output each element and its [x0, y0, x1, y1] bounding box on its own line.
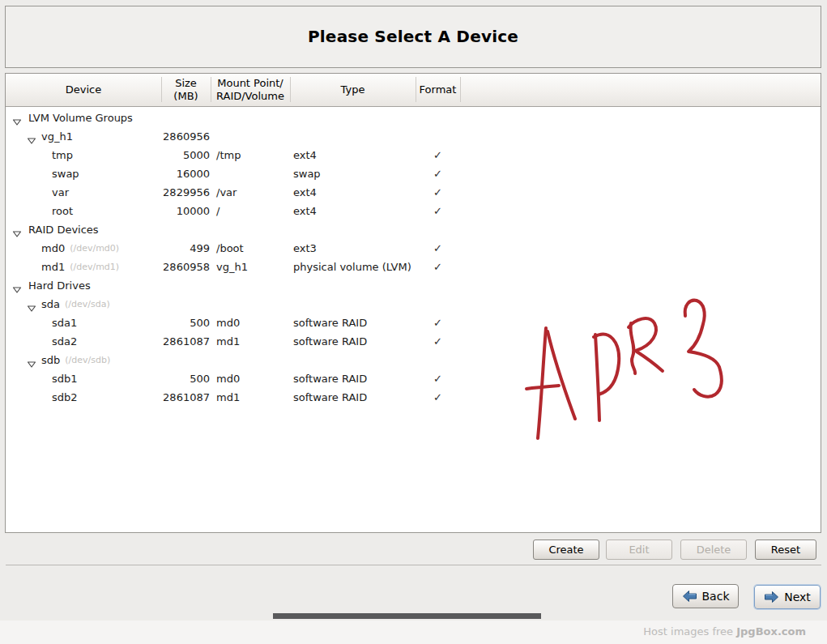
format-check-icon: ✓ [416, 332, 460, 351]
format-check-icon: ✓ [416, 388, 460, 407]
device-label: swap [52, 164, 79, 183]
type-value: ext3 [293, 239, 317, 258]
edit-button[interactable]: Edit [606, 540, 672, 560]
device-label: sda(/dev/sda) [41, 295, 110, 313]
mount-point-value: md1 [216, 332, 240, 351]
format-check-icon: ✓ [416, 313, 460, 332]
expander-icon[interactable] [27, 356, 36, 365]
mount-point-value: / [216, 202, 220, 220]
format-check-icon: ✓ [416, 183, 460, 202]
tree-row-md1[interactable]: md1(/dev/md1)2860958vg_h1physical volume… [6, 258, 821, 276]
tree-row-sda[interactable]: sda(/dev/sda) [6, 295, 821, 313]
column-separator [460, 77, 461, 102]
column-header-format[interactable]: Format [416, 74, 460, 106]
size-value: 2860956 [127, 127, 210, 146]
tree-row-swap[interactable]: swap16000swap✓ [6, 164, 821, 183]
expander-icon[interactable] [27, 301, 36, 309]
next-button-label: Next [784, 591, 811, 603]
size-value: 2861087 [127, 332, 210, 351]
format-check-icon: ✓ [416, 239, 460, 258]
back-button[interactable]: Back [672, 584, 739, 608]
mount-point-value: md1 [216, 388, 240, 407]
tree-row-root[interactable]: root10000/ext4✓ [6, 202, 821, 220]
format-check-icon: ✓ [416, 146, 460, 164]
device-label: RAID Devices [28, 220, 99, 239]
size-value: 10000 [127, 202, 210, 220]
create-button[interactable]: Create [533, 540, 599, 560]
tree-row-sdb1[interactable]: sdb1500md0software RAID✓ [6, 369, 821, 388]
type-value: physical volume (LVM) [293, 258, 411, 276]
type-value: ext4 [293, 183, 317, 202]
tree-row-sdb[interactable]: sdb(/dev/sdb) [6, 351, 821, 369]
device-label: var [52, 183, 69, 202]
dialog-title-panel: Please Select A Device [5, 6, 821, 68]
device-label: sdb1 [52, 369, 78, 388]
device-label: sda2 [52, 332, 77, 351]
format-check-icon: ✓ [416, 369, 460, 388]
size-value: 499 [127, 239, 210, 258]
size-value: 2829956 [127, 183, 210, 202]
device-label: md1(/dev/md1) [41, 258, 119, 276]
delete-button[interactable]: Delete [680, 540, 747, 560]
expander-icon[interactable] [12, 114, 22, 122]
column-separator [211, 77, 211, 102]
column-separator [416, 77, 416, 102]
device-label: sdb(/dev/sdb) [41, 351, 110, 369]
type-value: software RAID [293, 369, 367, 388]
size-value: 2861087 [127, 388, 210, 407]
reset-button[interactable]: Reset [755, 540, 816, 560]
tree-row-sda1[interactable]: sda1500md0software RAID✓ [6, 313, 821, 332]
expander-icon[interactable] [12, 226, 22, 234]
format-check-icon: ✓ [416, 164, 460, 183]
mount-point-value: /var [216, 183, 237, 202]
column-separator [161, 77, 162, 102]
tree-row-md0[interactable]: md0(/dev/md0)499/bootext3✓ [6, 239, 821, 258]
mount-point-value: /tmp [216, 146, 241, 164]
tree-row-sda2[interactable]: sda22861087md1software RAID✓ [6, 332, 821, 351]
back-arrow-icon [682, 590, 697, 603]
format-check-icon: ✓ [416, 258, 460, 276]
column-separator [290, 77, 291, 102]
type-value: ext4 [293, 202, 317, 220]
column-header-device[interactable]: Device [6, 74, 161, 106]
tree-row-LVM Volume Groups[interactable]: LVM Volume Groups [6, 109, 821, 127]
size-value: 2860958 [127, 258, 210, 276]
device-label: sda1 [52, 313, 77, 332]
device-path-label: (/dev/md0) [70, 243, 119, 254]
device-label: root [52, 202, 73, 220]
column-header-type[interactable]: Type [290, 74, 416, 106]
type-value: software RAID [293, 313, 367, 332]
type-value: swap [293, 164, 321, 183]
size-value: 500 [127, 313, 210, 332]
tree-row-sdb2[interactable]: sdb22861087md1software RAID✓ [6, 388, 821, 407]
type-value: software RAID [293, 332, 367, 351]
column-header-mount[interactable]: Mount Point/ RAID/Volume [211, 74, 290, 106]
expander-icon[interactable] [12, 282, 22, 290]
column-header-size[interactable]: Size (MB) [161, 74, 211, 106]
watermark: Host images free JpgBox.com [643, 625, 806, 638]
expander-icon[interactable] [27, 133, 36, 141]
device-label: sdb2 [52, 388, 78, 407]
tree-row-RAID Devices[interactable]: RAID Devices [6, 220, 821, 239]
device-label: md0(/dev/md0) [41, 239, 119, 258]
next-button[interactable]: Next [754, 585, 821, 609]
mount-point-value: vg_h1 [216, 258, 248, 276]
format-check-icon: ✓ [416, 202, 460, 220]
page-title: Please Select A Device [6, 6, 821, 67]
tree-row-vg_h1[interactable]: vg_h12860956 [6, 127, 821, 146]
tree-row-var[interactable]: var2829956/varext4✓ [6, 183, 821, 202]
section-divider [6, 565, 821, 565]
tree-row-tmp[interactable]: tmp5000/tmpext4✓ [6, 146, 821, 164]
tree-row-Hard Drives[interactable]: Hard Drives [6, 276, 821, 295]
back-button-label: Back [702, 590, 730, 603]
size-value: 500 [127, 369, 210, 388]
table-header-row: Device Size (MB) Mount Point/ RAID/Volum… [6, 74, 821, 107]
size-value: 5000 [127, 146, 210, 164]
device-table: Device Size (MB) Mount Point/ RAID/Volum… [5, 73, 821, 533]
mount-point-value: /boot [216, 239, 244, 258]
bottom-scrollbar-thumb[interactable] [273, 613, 541, 619]
type-value: ext4 [293, 146, 317, 164]
mount-point-value: md0 [216, 313, 240, 332]
device-path-label: (/dev/sdb) [65, 355, 110, 365]
size-value: 16000 [127, 164, 210, 183]
